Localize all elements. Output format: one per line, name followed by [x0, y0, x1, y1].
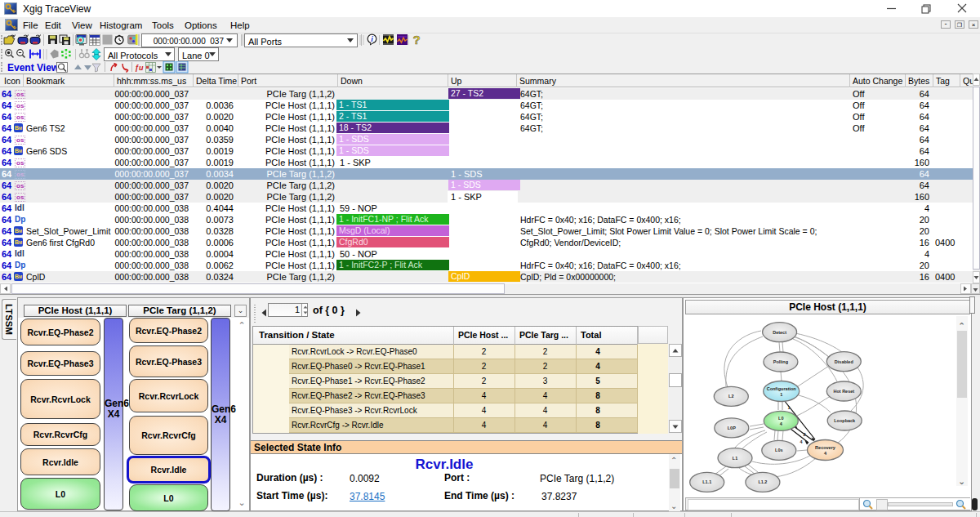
- svg-text:Detect: Detect: [773, 330, 786, 335]
- svg-text:L0s: L0s: [775, 448, 782, 452]
- svg-text:L2: L2: [728, 394, 733, 399]
- svg-text:Polling: Polling: [773, 359, 788, 364]
- svg-text:Disabled: Disabled: [835, 359, 853, 364]
- svg-text:2: 2: [803, 432, 805, 437]
- svg-text:ƒu: ƒu: [135, 64, 144, 72]
- svg-text:Recovery: Recovery: [815, 445, 836, 450]
- svg-text:Hot Reset: Hot Reset: [833, 389, 854, 394]
- svg-text:Configuration: Configuration: [767, 386, 797, 391]
- svg-text:?: ?: [412, 33, 420, 47]
- svg-text:4: 4: [800, 439, 803, 444]
- svg-text:L0P: L0P: [728, 426, 736, 430]
- svg-text:1: 1: [780, 392, 782, 397]
- svg-text:L0: L0: [778, 416, 783, 421]
- svg-text:L1.2: L1.2: [758, 479, 767, 484]
- svg-text:Loopback: Loopback: [834, 418, 856, 423]
- svg-text:L1.1: L1.1: [702, 479, 711, 484]
- svg-text:L1: L1: [733, 456, 737, 461]
- svg-text:1: 1: [787, 405, 790, 410]
